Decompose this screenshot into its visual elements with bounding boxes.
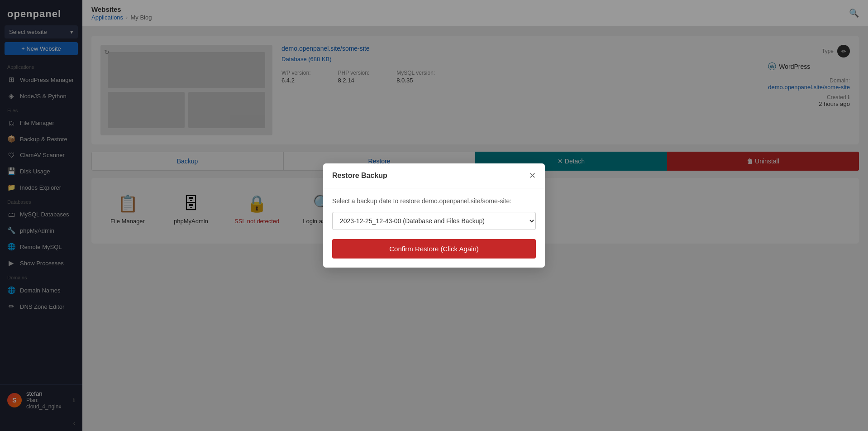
modal-title: Restore Backup: [332, 172, 387, 180]
modal-close-button[interactable]: ✕: [529, 171, 536, 181]
confirm-restore-button[interactable]: Confirm Restore (Click Again): [332, 239, 536, 259]
modal-description: Select a backup date to restore demo.ope…: [332, 197, 536, 205]
modal-overlay[interactable]: Restore Backup ✕ Select a backup date to…: [0, 0, 868, 431]
backup-date-select[interactable]: 2023-12-25_12-43-00 (Database and Files …: [332, 212, 536, 230]
restore-backup-modal: Restore Backup ✕ Select a backup date to…: [323, 163, 545, 268]
modal-header: Restore Backup ✕: [323, 163, 545, 188]
modal-body: Select a backup date to restore demo.ope…: [323, 188, 545, 268]
